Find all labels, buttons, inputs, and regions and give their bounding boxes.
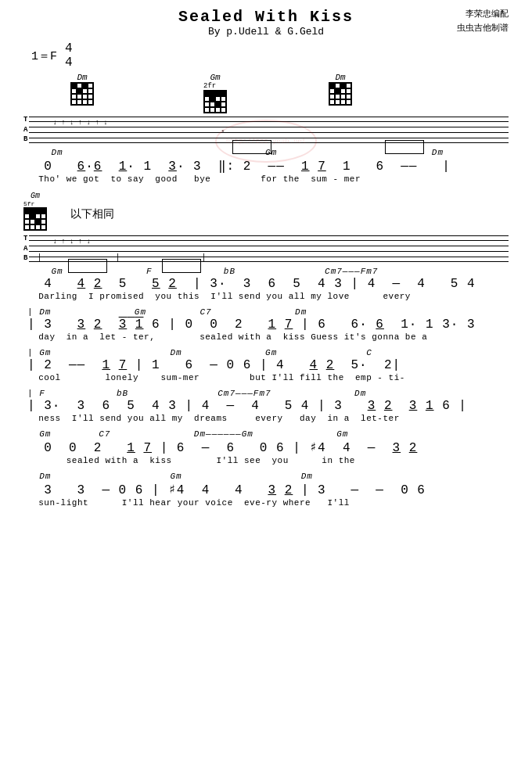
notes-4: | 2 —— 1 7 | 1 6 — 0 6 | 4 4 2 5· 2| (27, 358, 505, 372)
lyrics-2: Darling I promised you this I'll send yo… (27, 292, 505, 301)
notes-6: 0 0 2 1 7 | 6 — 6 0 6 | ♯4 4 — 3 2 (27, 440, 505, 455)
lyrics-7: sun-light I'll hear your voice eve-ry wh… (27, 498, 505, 508)
song-subtitle: By p.Udell & G.Geld (23, 26, 509, 38)
song-title: Sealed With Kiss (23, 8, 509, 26)
notes-7: 3 3 — 0 6 | ♯4 4 4 3 2 | 3 — — 0 6 (27, 482, 505, 497)
chords-7: Dm Gm Dm (27, 472, 505, 481)
time-signature: 4 4 (65, 42, 73, 70)
chord-diagram-gm2: Gm 5fr (23, 192, 47, 231)
lyrics-3: day in a let - ter, sealed with a kiss G… (27, 332, 505, 342)
notation-group-7: Dm Gm Dm 3 3 — 0 6 | ♯4 4 4 3 2 | 3 — — … (27, 472, 505, 508)
author-note: 李荣忠编配 虫虫吉他制谱 (457, 8, 509, 35)
lyrics-6: sealed with a kiss I'll see you in the (27, 456, 505, 465)
chords-4: | Gm Dm Gm C (27, 348, 505, 357)
time-denominator: 4 (65, 56, 73, 70)
notation-group-6: Gm C7 Dm——————Gm Gm 0 0 2 1 7 | 6 — 6 0 … (27, 429, 505, 465)
lyrics-row-1: Tho' we got to say good bye for the sum … (27, 174, 505, 184)
lyrics-5: ness I'll send you all my dreams every d… (27, 414, 505, 423)
main-notation: Gm F bB Cm7———Fm7 4 4 2 5 5 2 | 3· 3 6 5… (23, 267, 509, 508)
notes-3: | 3 3 2 3 1 6 | 0 0 2 1 7 | 6 6· 6 1· 1 … (27, 318, 505, 332)
notation-group-5: | F bB Cm7———Fm7 Dm | 3· 3 6 5 4 3 | 4 —… (27, 389, 505, 423)
chord-diagram-gm1: Gm 2fr (203, 73, 227, 113)
time-numerator: 4 (65, 42, 73, 56)
chords-5: | F bB Cm7———Fm7 Dm (27, 389, 505, 398)
lyrics-4: cool lonely sum-mer but I'll fill the em… (27, 373, 505, 382)
key-time-row: 1＝F 4 4 (31, 42, 509, 70)
chord-diagram-dm1: Dm (70, 73, 94, 106)
chords-3: | Dm Gm C7 Dm (27, 307, 505, 317)
key-label: 1＝F (31, 48, 57, 63)
chord-diagram-dm2: Dm (329, 73, 352, 106)
notation-group-3: | Dm Gm C7 Dm | 3 3 2 3 1 6 | 0 0 2 1 7 … (27, 307, 505, 342)
title-section: Sealed With Kiss By p.Udell & G.Geld (23, 8, 509, 38)
notes-5: | 3· 3 6 5 4 3 | 4 — 4 5 4 | 3 3 2 3 1 6… (27, 399, 505, 413)
page: Sealed With Kiss By p.Udell & G.Geld 李荣忠… (0, 0, 532, 768)
chords-6: Gm C7 Dm——————Gm Gm (27, 429, 505, 439)
section-2: Gm 5fr (23, 192, 509, 264)
notation-group-4: | Gm Dm Gm C | 2 —— 1 7 | 1 6 — 0 6 | 4 … (27, 348, 505, 382)
notes-2: 4 4 2 5 5 2 | 3· 3 6 5 4 3 | 4 — 4 5 4 (27, 277, 505, 291)
notes-row-1: 0 6·6 1· 1 3· 3 ‖: 2 —— 1 7 1 6 —— | (27, 158, 505, 174)
tab-staff-1: TAB ↓ ↑ ↓ ↑ ↓ ↑ ↓ * (23, 115, 509, 145)
section-label: 以下相同 (70, 207, 114, 221)
